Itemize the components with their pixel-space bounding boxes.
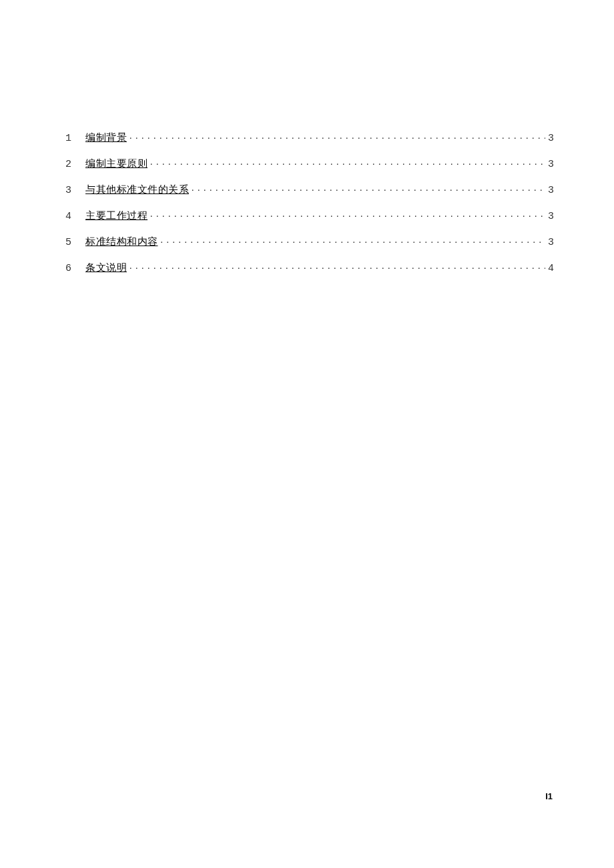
toc-leader-dots [192, 183, 545, 193]
toc-leader-dots [150, 209, 545, 219]
toc-leader-dots [129, 261, 545, 271]
toc-entry[interactable]: 1 编制背景 3 [65, 131, 554, 143]
toc-entry-page: 3 [547, 185, 554, 195]
toc-entry-number: 5 [65, 238, 85, 248]
toc-entry-number: 4 [65, 211, 85, 222]
toc-leader-dots [129, 131, 545, 141]
toc-entry-number: 1 [65, 133, 85, 143]
toc-entry-title: 主要工作过程 [85, 211, 147, 221]
toc-entry-title: 编制背景 [85, 133, 127, 143]
table-of-contents: 1 编制背景 3 2 编制主要原则 3 3 与其他标准文件的关系 3 4 主要工… [65, 131, 554, 274]
page-number: I1 [545, 791, 553, 801]
toc-leader-dots [150, 157, 545, 167]
toc-leader-dots [161, 235, 545, 245]
toc-entry-page: 3 [547, 211, 554, 222]
toc-entry-page: 3 [547, 133, 554, 143]
toc-entry[interactable]: 4 主要工作过程 3 [65, 209, 554, 222]
toc-entry-number: 2 [65, 159, 85, 169]
toc-entry-number: 6 [65, 264, 85, 274]
toc-entry-title: 与其他标准文件的关系 [85, 185, 189, 195]
toc-entry-page: 3 [547, 159, 554, 169]
toc-entry[interactable]: 3 与其他标准文件的关系 3 [65, 183, 554, 195]
toc-entry-title: 条文说明 [85, 263, 127, 273]
toc-entry-title: 标准结构和内容 [85, 237, 158, 247]
toc-entry-number: 3 [65, 185, 85, 195]
toc-entry-title: 编制主要原则 [85, 159, 147, 169]
document-page: 1 编制背景 3 2 编制主要原则 3 3 与其他标准文件的关系 3 4 主要工… [0, 0, 614, 868]
toc-entry-page: 4 [547, 264, 554, 274]
toc-entry[interactable]: 6 条文说明 4 [65, 261, 554, 274]
toc-entry-page: 3 [547, 238, 554, 248]
toc-entry[interactable]: 5 标准结构和内容 3 [65, 235, 554, 248]
toc-entry[interactable]: 2 编制主要原则 3 [65, 157, 554, 169]
